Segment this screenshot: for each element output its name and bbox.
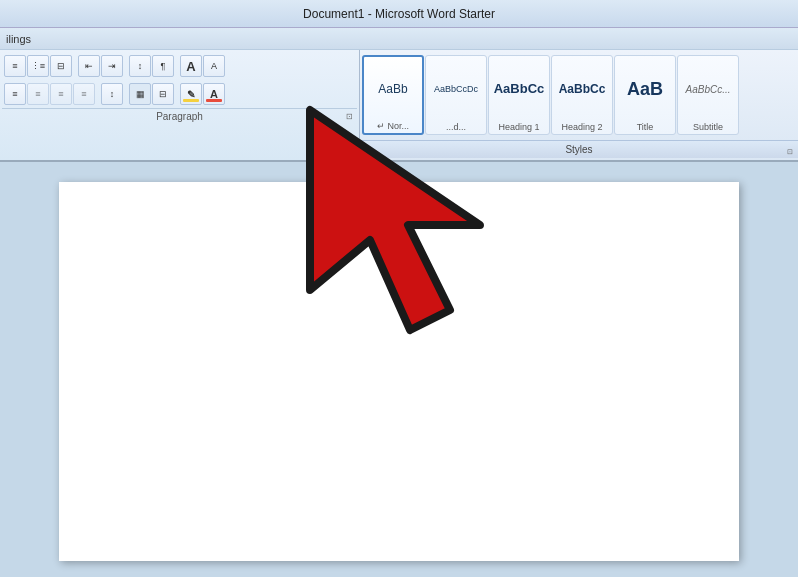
title-bar-text: Document1 - Microsoft Word Starter	[303, 7, 495, 21]
borders-btn[interactable]: ⊟	[152, 83, 174, 105]
paragraph-label-row: Paragraph ⊡	[2, 108, 357, 124]
paragraph-group: ≡ ⋮≡ ⊟ ⇤ ⇥ ↕ ¶ A A ≡ ≡ ≡ ≡ ↕	[0, 50, 360, 160]
paragraph-label: Paragraph	[156, 111, 203, 122]
styles-group: AaBb ↵ Nor... AaBbCcDc ...d... AaBbCc	[360, 50, 798, 160]
ribbon-main: ≡ ⋮≡ ⊟ ⇤ ⇥ ↕ ¶ A A ≡ ≡ ≡ ≡ ↕	[0, 50, 798, 160]
show-hide-btn[interactable]: ¶	[152, 55, 174, 77]
bullets-btn[interactable]: ≡	[4, 55, 26, 77]
style-no-spacing-preview: AaBbCcDc	[434, 59, 478, 120]
sort-btn[interactable]: ↕	[129, 55, 151, 77]
style-heading2-label: Heading 2	[561, 122, 602, 132]
style-no-spacing[interactable]: AaBbCcDc ...d...	[425, 55, 487, 135]
style-normal[interactable]: AaBb ↵ Nor...	[362, 55, 424, 135]
document-page[interactable]	[59, 182, 739, 561]
style-title-label: Title	[637, 122, 654, 132]
ribbon-tab-row: ilings	[0, 28, 798, 50]
style-heading1-preview: AaBbCc	[494, 59, 545, 120]
style-normal-preview: AaBb	[378, 60, 407, 119]
styles-label-row: Styles ⊡	[360, 140, 798, 158]
paragraph-expand-arrow[interactable]: ⊡	[346, 112, 353, 121]
style-heading1-label: Heading 1	[498, 122, 539, 132]
align-center-btn[interactable]: ≡	[27, 83, 49, 105]
title-bar: Document1 - Microsoft Word Starter	[0, 0, 798, 28]
mailings-tab-label[interactable]: ilings	[6, 33, 31, 45]
para-row2: ≡ ≡ ≡ ≡ ↕ ▦ ⊟ ✎ A	[2, 80, 357, 108]
align-left-btn[interactable]: ≡	[4, 83, 26, 105]
increase-indent-btn[interactable]: ⇥	[101, 55, 123, 77]
style-no-spacing-label: ...d...	[446, 122, 466, 132]
ribbon: ilings ≡ ⋮≡ ⊟ ⇤ ⇥ ↕ ¶ A A ≡ ≡	[0, 28, 798, 162]
multilevel-btn[interactable]: ⊟	[50, 55, 72, 77]
decrease-indent-btn[interactable]: ⇤	[78, 55, 100, 77]
styles-label: Styles	[565, 144, 592, 155]
style-heading2[interactable]: AaBbCc Heading 2	[551, 55, 613, 135]
justify-btn[interactable]: ≡	[73, 83, 95, 105]
styles-panel: AaBb ↵ Nor... AaBbCcDc ...d... AaBbCc	[360, 50, 798, 140]
style-subtitle[interactable]: AaBbCc... Subtitle	[677, 55, 739, 135]
align-right-btn[interactable]: ≡	[50, 83, 72, 105]
style-heading1[interactable]: AaBbCc Heading 1	[488, 55, 550, 135]
para-row1: ≡ ⋮≡ ⊟ ⇤ ⇥ ↕ ¶ A A	[2, 52, 357, 80]
font-size-a-small[interactable]: A	[203, 55, 225, 77]
font-color-btn[interactable]: A	[203, 83, 225, 105]
doc-area	[0, 162, 798, 577]
styles-expand-arrow[interactable]: ⊡	[787, 148, 793, 156]
style-subtitle-preview: AaBbCc...	[685, 59, 730, 120]
style-title[interactable]: AaB Title	[614, 55, 676, 135]
style-normal-label: ↵ Nor...	[377, 121, 409, 131]
numbering-btn[interactable]: ⋮≡	[27, 55, 49, 77]
style-title-preview: AaB	[627, 59, 663, 120]
font-size-a-large[interactable]: A	[180, 55, 202, 77]
highlight-btn[interactable]: ✎	[180, 83, 202, 105]
line-spacing-btn[interactable]: ↕	[101, 83, 123, 105]
style-subtitle-label: Subtitle	[693, 122, 723, 132]
style-heading2-preview: AaBbCc	[559, 59, 606, 120]
shading-btn[interactable]: ▦	[129, 83, 151, 105]
